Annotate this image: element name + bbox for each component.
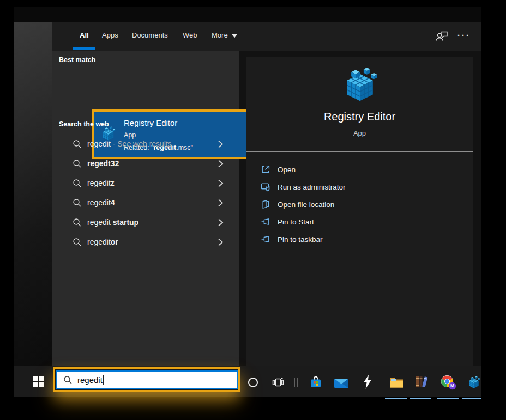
detail-subtitle: App (246, 129, 473, 137)
web-suggestion-row[interactable]: regedt32 (52, 154, 239, 173)
search-icon (73, 179, 82, 188)
chevron-right-icon[interactable] (218, 140, 224, 148)
web-suggestion-row[interactable]: regeditz (52, 173, 239, 193)
running-indicator-file-explorer (385, 398, 407, 399)
pin-icon (261, 217, 270, 227)
web-suggestion-list: regedit - See web results regedt32 reged… (52, 134, 239, 252)
search-icon (63, 375, 73, 385)
web-suggestion-row[interactable]: regedit4 (52, 193, 239, 212)
action-label: Open file location (278, 200, 334, 209)
running-indicator-library (410, 398, 431, 399)
suggestion-text: regeditz (87, 179, 115, 187)
desktop: All Apps Documents Web More ··· Best mat… (14, 7, 481, 397)
search-icon (73, 238, 82, 247)
search-box-annotation-highlight: regedit (53, 367, 240, 392)
search-icon (73, 198, 82, 208)
text-caret (103, 375, 104, 385)
best-match-title: Registry Editor (124, 117, 193, 129)
web-suggestion-row[interactable]: regedit - See web results (52, 134, 239, 154)
search-icon (73, 159, 82, 168)
suggestion-text: regedit startup (87, 218, 138, 227)
registry-editor-taskbar-icon[interactable] (467, 376, 480, 389)
action-list: Open Run as administrator (246, 161, 473, 248)
suggestion-text: regedit4 (87, 198, 115, 207)
search-query-text: regedit (77, 375, 103, 385)
cortana-icon[interactable] (248, 377, 258, 388)
chevron-right-icon[interactable] (218, 160, 224, 168)
detail-title: Registry Editor (246, 111, 473, 123)
search-the-web-header: Search the web (59, 120, 109, 128)
running-indicator-chrome (437, 398, 459, 399)
search-icon (73, 218, 82, 227)
tab-apps[interactable]: Apps (102, 31, 118, 39)
open-external-icon (261, 165, 270, 174)
action-label: Pin to taskbar (278, 235, 323, 244)
taskbar-search-input[interactable]: regedit (56, 370, 238, 389)
running-indicator-registry-editor (462, 398, 481, 399)
start-button[interactable] (33, 376, 44, 387)
suggestion-text: regedt32 (87, 159, 119, 168)
taskbar: regedit (14, 366, 481, 397)
tab-documents[interactable]: Documents (132, 31, 168, 39)
search-filter-tabbar: All Apps Documents Web More ··· (52, 22, 481, 51)
chevron-right-icon[interactable] (218, 238, 224, 246)
library-icon[interactable] (415, 375, 429, 388)
divider (246, 151, 473, 152)
desktop-backdrop (14, 22, 52, 366)
action-label: Open (278, 166, 296, 174)
feedback-icon[interactable] (435, 29, 449, 43)
action-open[interactable]: Open (246, 161, 473, 178)
mail-icon[interactable] (334, 378, 348, 388)
suggestion-text: regedit - See web results (87, 139, 172, 148)
web-suggestion-row[interactable]: regeditor (52, 232, 239, 252)
suggestion-text: regeditor (87, 238, 118, 246)
action-pin-to-start[interactable]: Pin to Start (246, 213, 473, 230)
pin-icon (261, 234, 270, 244)
tab-all[interactable]: All (80, 31, 89, 39)
tab-more[interactable]: More (212, 31, 228, 39)
action-open-file-location[interactable]: Open file location (246, 196, 473, 213)
chrome-icon[interactable]: M (441, 375, 456, 390)
chevron-down-icon[interactable] (232, 34, 237, 38)
action-label: Pin to Start (278, 218, 314, 226)
task-view-icon[interactable] (272, 376, 284, 388)
chevron-right-icon[interactable] (218, 179, 224, 187)
chevron-right-icon[interactable] (218, 199, 224, 207)
tab-web[interactable]: Web (183, 31, 197, 39)
action-pin-to-taskbar[interactable]: Pin to taskbar (246, 230, 473, 248)
chevron-right-icon[interactable] (218, 218, 224, 227)
results-panel: Best match Registry Editor App Related: … (52, 51, 239, 366)
file-explorer-icon[interactable] (389, 376, 403, 388)
lightning-icon[interactable] (363, 375, 372, 389)
microsoft-store-icon[interactable] (309, 375, 322, 389)
web-suggestion-row[interactable]: regedit startup (52, 212, 239, 232)
shield-admin-icon (261, 182, 270, 192)
best-match-header: Best match (59, 56, 95, 64)
registry-editor-icon-large (342, 67, 378, 103)
action-run-as-administrator[interactable]: Run as administrator (246, 178, 473, 196)
search-icon (73, 139, 82, 149)
active-tab-indicator (73, 47, 95, 50)
detail-panel: Registry Editor App Open (246, 57, 473, 366)
taskbar-divider (294, 378, 298, 387)
svg-text:M: M (450, 383, 454, 388)
file-location-icon (261, 199, 270, 209)
screenshot-frame: All Apps Documents Web More ··· Best mat… (0, 0, 506, 420)
more-options-icon[interactable]: ··· (457, 31, 471, 40)
action-label: Run as administrator (278, 183, 346, 191)
